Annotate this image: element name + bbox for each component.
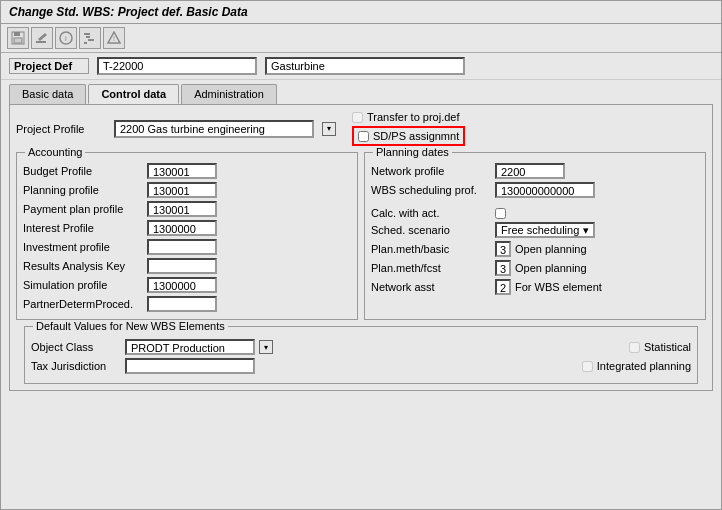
calc-with-act-label: Calc. with act.	[371, 207, 491, 219]
network-profile-row: Network profile 2200	[371, 163, 699, 179]
interest-profile-value[interactable]: 1300000	[147, 220, 217, 236]
svg-rect-1	[14, 32, 20, 36]
default-values-title: Default Values for New WBS Elements	[33, 320, 228, 332]
window-title: Change Std. WBS: Project def. Basic Data	[1, 1, 721, 24]
network-asst-row: Network asst 2 For WBS element	[371, 279, 699, 295]
partner-determ-value[interactable]	[147, 296, 217, 312]
plan-meth-basic-row: Plan.meth/basic 3 Open planning	[371, 241, 699, 257]
payment-plan-value[interactable]: 130001	[147, 201, 217, 217]
plan-meth-basic-num[interactable]: 3	[495, 241, 511, 257]
budget-profile-row: Budget Profile 130001	[23, 163, 351, 179]
object-class-icon[interactable]: ▾	[259, 340, 273, 354]
planning-dates-title: Planning dates	[373, 146, 452, 158]
statistical-label: Statistical	[644, 341, 691, 353]
plan-meth-fcst-row: Plan.meth/fcst 3 Open planning	[371, 260, 699, 276]
integrated-planning-checkbox[interactable]	[582, 361, 593, 372]
tax-jurisdiction-value[interactable]	[125, 358, 255, 374]
transfer-checkbox[interactable]	[352, 112, 363, 123]
project-def-value[interactable]: T-22000	[97, 57, 257, 75]
network-asst-label: Network asst	[371, 281, 491, 293]
partner-determ-row: PartnerDetermProced.	[23, 296, 351, 312]
profile-label: Project Profile	[16, 123, 106, 135]
simulation-profile-label: Simulation profile	[23, 279, 143, 291]
budget-profile-label: Budget Profile	[23, 165, 143, 177]
project-def-row: Project Def T-22000 Gasturbine	[1, 53, 721, 80]
plan-meth-fcst-num[interactable]: 3	[495, 260, 511, 276]
save-button[interactable]	[7, 27, 29, 49]
payment-plan-label: Payment plan profile	[23, 203, 143, 215]
tax-jurisdiction-label: Tax Jurisdiction	[31, 360, 121, 372]
svg-rect-8	[86, 36, 90, 38]
tax-jurisdiction-row: Tax Jurisdiction Integrated planning	[31, 358, 691, 374]
network-asst-num[interactable]: 2	[495, 279, 511, 295]
warning-button[interactable]: !	[103, 27, 125, 49]
svg-marker-4	[38, 33, 47, 41]
network-asst-text: For WBS element	[515, 281, 602, 293]
transfer-checkbox-row: Transfer to proj.def	[352, 111, 465, 123]
sched-dropdown-icon: ▾	[583, 224, 589, 237]
tabs-bar: Basic data Control data Administration	[1, 80, 721, 104]
results-analysis-label: Results Analysis Key	[23, 260, 143, 272]
network-profile-value[interactable]: 2200	[495, 163, 565, 179]
statistical-checkbox[interactable]	[629, 342, 640, 353]
object-class-label: Object Class	[31, 341, 121, 353]
profile-value[interactable]: 2200 Gas turbine engineering	[114, 120, 314, 138]
edit-button[interactable]	[31, 27, 53, 49]
calc-with-act-checkbox[interactable]	[495, 208, 506, 219]
accounting-title: Accounting	[25, 146, 85, 158]
sched-scenario-row: Sched. scenario Free scheduling ▾	[371, 222, 699, 238]
svg-text:!: !	[113, 35, 115, 42]
results-analysis-value[interactable]	[147, 258, 217, 274]
tab-content: Project Profile 2200 Gas turbine enginee…	[9, 104, 713, 391]
plan-meth-fcst-text: Open planning	[515, 262, 587, 274]
plan-meth-basic-label: Plan.meth/basic	[371, 243, 491, 255]
plan-meth-fcst-label: Plan.meth/fcst	[371, 262, 491, 274]
project-def-label: Project Def	[9, 58, 89, 74]
toolbar: i !	[1, 24, 721, 53]
calc-with-act-row: Calc. with act.	[371, 207, 699, 219]
interest-profile-row: Interest Profile 1300000	[23, 220, 351, 236]
default-values-section: Default Values for New WBS Elements Obje…	[24, 326, 698, 384]
tree-button[interactable]	[79, 27, 101, 49]
investment-profile-row: Investment profile	[23, 239, 351, 255]
investment-profile-label: Investment profile	[23, 241, 143, 253]
payment-plan-row: Payment plan profile 130001	[23, 201, 351, 217]
profile-row: Project Profile 2200 Gas turbine enginee…	[16, 111, 706, 146]
profile-lookup-icon[interactable]: ▾	[322, 122, 336, 136]
wbs-scheduling-value[interactable]: 130000000000	[495, 182, 595, 198]
results-analysis-row: Results Analysis Key	[23, 258, 351, 274]
svg-rect-2	[14, 38, 22, 43]
sdps-label: SD/PS assignmnt	[373, 130, 459, 142]
interest-profile-label: Interest Profile	[23, 222, 143, 234]
planning-profile-value[interactable]: 130001	[147, 182, 217, 198]
tab-administration[interactable]: Administration	[181, 84, 277, 104]
sched-scenario-dropdown[interactable]: Free scheduling ▾	[495, 222, 595, 238]
info-button[interactable]: i	[55, 27, 77, 49]
main-area: Accounting Budget Profile 130001 Plannin…	[16, 152, 706, 320]
simulation-profile-value[interactable]: 1300000	[147, 277, 217, 293]
svg-rect-7	[84, 33, 90, 35]
tab-basic-data[interactable]: Basic data	[9, 84, 86, 104]
object-class-row: Object Class PRODT Production ▾ Statisti…	[31, 339, 691, 355]
planning-dates-section: Planning dates Network profile 2200 WBS …	[364, 152, 706, 320]
sdps-checkbox[interactable]	[358, 131, 369, 142]
integrated-planning-label: Integrated planning	[597, 360, 691, 372]
partner-determ-label: PartnerDetermProced.	[23, 298, 143, 310]
svg-rect-9	[88, 39, 94, 41]
simulation-profile-row: Simulation profile 1300000	[23, 277, 351, 293]
sdps-checkbox-row: SD/PS assignmnt	[352, 126, 465, 146]
tab-control-data[interactable]: Control data	[88, 84, 179, 104]
budget-profile-value[interactable]: 130001	[147, 163, 217, 179]
accounting-section: Accounting Budget Profile 130001 Plannin…	[16, 152, 358, 320]
sched-scenario-label: Sched. scenario	[371, 224, 491, 236]
svg-rect-10	[84, 42, 87, 44]
object-class-value[interactable]: PRODT Production	[125, 339, 255, 355]
wbs-scheduling-row: WBS scheduling prof. 130000000000	[371, 182, 699, 198]
project-def-name[interactable]: Gasturbine	[265, 57, 465, 75]
planning-profile-label: Planning profile	[23, 184, 143, 196]
planning-profile-row: Planning profile 130001	[23, 182, 351, 198]
wbs-scheduling-label: WBS scheduling prof.	[371, 184, 491, 196]
svg-text:i: i	[65, 34, 67, 43]
investment-profile-value[interactable]	[147, 239, 217, 255]
plan-meth-basic-text: Open planning	[515, 243, 587, 255]
